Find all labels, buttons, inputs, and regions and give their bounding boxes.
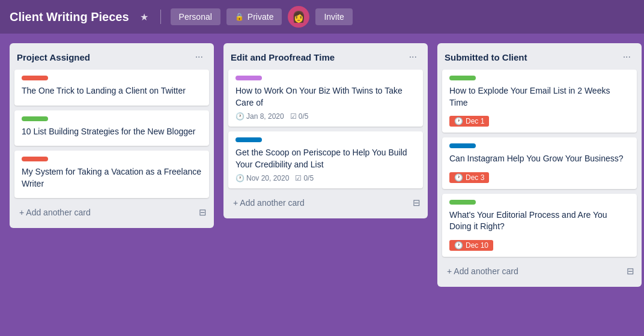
card-label-blue-5 [235,137,262,142]
add-card-button-2[interactable]: + Add another card [228,194,410,211]
header-divider [160,10,161,24]
card-meta-4: 🕐 Jan 8, 2020 ☑ 0/5 [235,112,416,121]
card-date-4: 🕐 Jan 8, 2020 [235,112,284,121]
column-submitted: Submitted to Client ··· How to Explode Y… [437,43,642,287]
card-title-6: How to Explode Your Email List in 2 Week… [449,85,630,109]
clock-icon-6: 🕐 [454,117,463,125]
card-title-2: 10 List Building Strategies for the New … [22,126,202,138]
card-label-red-3 [22,157,48,161]
add-card-button-3[interactable]: + Add another card [442,263,624,280]
card-template-button-2[interactable]: ⊟ [410,195,423,211]
invite-button[interactable]: Invite [315,8,352,25]
add-card-label-2: + Add another card [233,198,305,208]
card-label-green-6 [449,76,476,80]
private-label: Private [248,12,274,22]
app-header: Client Writing Pieces ★ Personal 🔒 Priva… [0,0,644,34]
add-card-label-1: + Add another card [19,208,91,217]
card-title-1: The One Trick to Landing a Client on Twi… [22,85,202,97]
card-label-purple-4 [235,76,262,80]
card-periscope[interactable]: Get the Scoop on Periscope to Help You B… [228,131,423,188]
card-vacation[interactable]: My System for Taking a Vacation as a Fre… [14,151,209,198]
column-header-project-assigned: Project Assigned ··· [14,49,209,65]
column-more-button-submitted[interactable]: ··· [619,50,634,64]
card-instagram[interactable]: Can Instagram Help You Grow Your Busines… [442,137,637,189]
card-twins[interactable]: How to Work On Your Biz With Twins to Ta… [228,70,423,127]
card-checklist-5: ☑ 0/5 [295,174,314,182]
card-template-button-3[interactable]: ⊟ [624,263,637,279]
column-header-submitted: Submitted to Client ··· [442,49,637,65]
due-badge-8: 🕐 Dec 10 [449,235,630,251]
card-label-red-1 [22,76,48,80]
add-card-row-1: + Add another card ⊟ [14,203,209,222]
column-title-edit-proofread: Edit and Proofread Time [231,52,335,62]
column-header-edit-proofread: Edit and Proofread Time ··· [228,49,423,65]
card-title-3: My System for Taking a Vacation as a Fre… [22,166,202,190]
lock-icon: 🔒 [235,13,244,21]
card-template-button-1[interactable]: ⊟ [196,205,209,220]
card-label-green-8 [449,200,476,205]
column-edit-proofread: Edit and Proofread Time ··· How to Work … [223,43,428,218]
card-date-5: 🕐 Nov 20, 2020 [235,174,289,182]
clock-icon-7: 🕐 [454,173,463,182]
card-label-green-2 [22,116,48,121]
personal-button[interactable]: Personal [171,8,220,25]
card-one-trick[interactable]: The One Trick to Landing a Client on Twi… [14,70,209,106]
add-card-label-3: + Add another card [447,266,518,276]
private-button[interactable]: 🔒 Private [226,8,282,25]
card-title-5: Get the Scoop on Periscope to Help You B… [235,147,416,170]
card-meta-5: 🕐 Nov 20, 2020 ☑ 0/5 [235,174,416,182]
card-checklist-4: ☑ 0/5 [290,112,309,121]
column-title-project-assigned: Project Assigned [17,52,90,62]
due-badge-6: 🕐 Dec 1 [449,111,630,127]
card-editorial[interactable]: What's Your Editorial Process and Are Yo… [442,194,637,257]
add-card-row-2: + Add another card ⊟ [228,193,423,212]
invite-label: Invite [324,12,344,22]
checklist-icon-5: ☑ [295,174,302,182]
avatar[interactable]: 👩 [288,6,309,28]
add-card-row-3: + Add another card ⊟ [442,262,637,281]
clock-icon-4: 🕐 [235,112,245,121]
due-badge-7: 🕐 Dec 3 [449,167,630,183]
column-project-assigned: Project Assigned ··· The One Trick to La… [10,43,214,228]
star-button[interactable]: ★ [138,9,151,25]
card-list-building[interactable]: 10 List Building Strategies for the New … [14,110,209,146]
column-title-submitted: Submitted to Client [445,52,527,62]
avatar-emoji: 👩 [292,10,305,23]
clock-icon-5: 🕐 [235,174,245,182]
card-title-7: Can Instagram Help You Grow Your Busines… [449,153,630,165]
card-label-blue-7 [449,143,476,148]
board: Project Assigned ··· The One Trick to La… [0,34,644,336]
checklist-icon-4: ☑ [290,112,297,121]
clock-icon-8: 🕐 [454,241,463,250]
personal-label: Personal [179,12,212,22]
board-title: Client Writing Pieces [10,10,129,24]
column-more-button-edit-proofread[interactable]: ··· [406,50,421,64]
card-email-list[interactable]: How to Explode Your Email List in 2 Week… [442,70,637,133]
card-title-8: What's Your Editorial Process and Are Yo… [449,209,630,233]
add-card-button-1[interactable]: + Add another card [14,204,196,221]
card-title-4: How to Work On Your Biz With Twins to Ta… [235,85,416,109]
column-more-button-project-assigned[interactable]: ··· [192,50,207,64]
